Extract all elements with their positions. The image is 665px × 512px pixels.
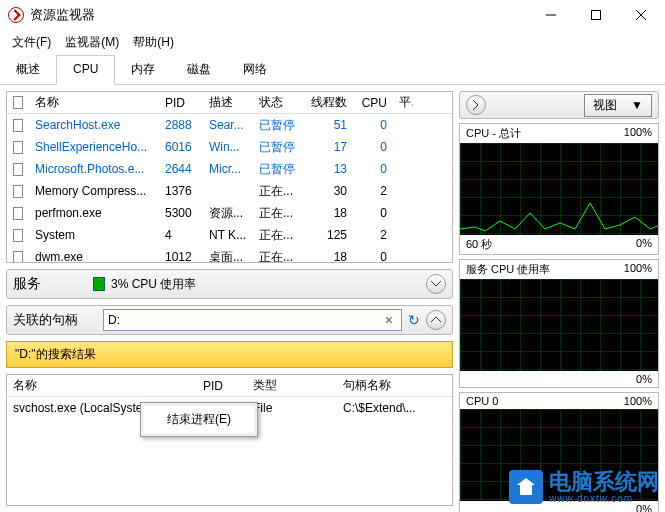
- cell-cpu: 2: [353, 184, 393, 198]
- cpu-usage-icon: [93, 277, 105, 291]
- cell-cpu: 0: [353, 162, 393, 176]
- refresh-icon[interactable]: ↻: [408, 312, 420, 328]
- collapse-handles-button[interactable]: [426, 310, 446, 330]
- cell-name: perfmon.exe: [29, 206, 159, 220]
- cell-status: 正在...: [253, 183, 303, 200]
- select-all-checkbox[interactable]: [13, 96, 23, 109]
- cell-desc: Micr...: [203, 162, 253, 176]
- cell-threads: 30: [303, 184, 353, 198]
- cell-status: 正在...: [253, 205, 303, 222]
- view-label: 视图: [593, 97, 617, 114]
- col-avg[interactable]: 平...: [393, 94, 413, 111]
- row-checkbox[interactable]: [13, 119, 23, 132]
- menu-file[interactable]: 文件(F): [12, 34, 51, 51]
- cell-status: 已暂停: [253, 117, 303, 134]
- row-checkbox[interactable]: [13, 229, 23, 242]
- cell-cpu: 0: [353, 250, 393, 262]
- close-button[interactable]: [618, 0, 663, 30]
- cell-pid: 1012: [159, 250, 203, 262]
- row-checkbox[interactable]: [13, 163, 23, 176]
- cell-threads: 51: [303, 118, 353, 132]
- row-checkbox[interactable]: [13, 141, 23, 154]
- expand-services-button[interactable]: [426, 274, 446, 294]
- cell-status: 正在...: [253, 249, 303, 263]
- chart: CPU - 总计100% 60 秒0%: [459, 123, 659, 255]
- table-row[interactable]: ShellExperienceHo... 6016 Win... 已暂停 17 …: [7, 136, 452, 158]
- app-icon: [8, 7, 24, 23]
- chart-max: 100%: [624, 126, 652, 141]
- chart-foot-right: 0%: [636, 503, 652, 512]
- cell-threads: 13: [303, 162, 353, 176]
- hcol-name[interactable]: 名称: [7, 377, 197, 394]
- table-row[interactable]: perfmon.exe 5300 资源... 正在... 18 0: [7, 202, 452, 224]
- cell-name: Memory Compress...: [29, 184, 159, 198]
- cell-pid: 2644: [159, 162, 203, 176]
- col-threads[interactable]: 线程数: [303, 94, 353, 111]
- col-pid[interactable]: PID: [159, 96, 203, 110]
- col-status[interactable]: 状态: [253, 94, 303, 111]
- table-row[interactable]: Memory Compress... 1376 正在... 30 2: [7, 180, 452, 202]
- watermark-icon: [509, 470, 543, 504]
- cell-desc: 资源...: [203, 205, 253, 222]
- cell-status: 已暂停: [253, 139, 303, 156]
- cell-status: 已暂停: [253, 161, 303, 178]
- tab-memory[interactable]: 内存: [115, 55, 171, 84]
- svg-marker-4: [517, 478, 535, 495]
- context-menu: 结束进程(E): [140, 402, 258, 437]
- cell-pid: 6016: [159, 140, 203, 154]
- row-checkbox[interactable]: [13, 251, 23, 263]
- cell-name: dwm.exe: [29, 250, 159, 262]
- col-desc[interactable]: 描述: [203, 94, 253, 111]
- cell-pid: 1376: [159, 184, 203, 198]
- table-row[interactable]: dwm.exe 1012 桌面... 正在... 18 0: [7, 246, 452, 262]
- hcol-type[interactable]: 类型: [247, 377, 337, 394]
- col-name[interactable]: 名称: [29, 94, 159, 111]
- cell-pid: 2888: [159, 118, 203, 132]
- minimize-button[interactable]: [528, 0, 573, 30]
- chart-canvas: [460, 279, 658, 371]
- cell-hname: C:\$Extend\...: [337, 401, 452, 415]
- col-cpu[interactable]: CPU: [353, 96, 393, 110]
- menu-monitor[interactable]: 监视器(M): [65, 34, 119, 51]
- menu-help[interactable]: 帮助(H): [133, 34, 174, 51]
- cell-cpu: 0: [353, 118, 393, 132]
- handles-search-input[interactable]: [108, 313, 381, 327]
- titlebar[interactable]: 资源监视器: [0, 0, 665, 30]
- cell-cpu: 2: [353, 228, 393, 242]
- row-checkbox[interactable]: [13, 185, 23, 198]
- chart: 服务 CPU 使用率100% 0%: [459, 259, 659, 388]
- watermark-text: 电脑系统网: [549, 471, 659, 493]
- table-row[interactable]: System 4 NT K... 正在... 125 2: [7, 224, 452, 246]
- chart-max: 100%: [624, 395, 652, 407]
- clear-search-icon[interactable]: ×: [385, 312, 393, 328]
- handles-search[interactable]: ×: [103, 309, 402, 331]
- hcol-hname[interactable]: 句柄名称: [337, 377, 452, 394]
- cell-threads: 18: [303, 206, 353, 220]
- cell-status: 正在...: [253, 227, 303, 244]
- handles-label: 关联的句柄: [13, 311, 103, 329]
- chart-canvas: [460, 143, 658, 235]
- chart-title: CPU 0: [466, 395, 498, 407]
- table-row[interactable]: SearchHost.exe 2888 Sear... 已暂停 51 0: [7, 114, 452, 136]
- charts-toolbar: 视图 ▼: [459, 91, 659, 119]
- table-row[interactable]: Microsoft.Photos.e... 2644 Micr... 已暂停 1…: [7, 158, 452, 180]
- cell-threads: 18: [303, 250, 353, 262]
- collapse-charts-button[interactable]: [466, 95, 486, 115]
- view-dropdown[interactable]: 视图 ▼: [584, 94, 652, 117]
- process-table: 名称 PID 描述 状态 线程数 CPU 平... SearchHost.exe…: [6, 91, 453, 263]
- tab-cpu[interactable]: CPU: [56, 55, 115, 85]
- services-header[interactable]: 服务 3% CPU 使用率: [6, 269, 453, 299]
- hcol-pid[interactable]: PID: [197, 379, 247, 393]
- cell-type: File: [247, 401, 337, 415]
- end-process-menuitem[interactable]: 结束进程(E): [144, 406, 254, 433]
- row-checkbox[interactable]: [13, 207, 23, 220]
- cell-cpu: 0: [353, 206, 393, 220]
- maximize-button[interactable]: [573, 0, 618, 30]
- cell-name: SearchHost.exe: [29, 118, 159, 132]
- cell-pid: 5300: [159, 206, 203, 220]
- tab-overview[interactable]: 概述: [0, 55, 56, 84]
- tab-network[interactable]: 网络: [227, 55, 283, 84]
- tab-disk[interactable]: 磁盘: [171, 55, 227, 84]
- dropdown-arrow-icon: ▼: [631, 98, 643, 112]
- services-cpu-text: 3% CPU 使用率: [111, 276, 196, 293]
